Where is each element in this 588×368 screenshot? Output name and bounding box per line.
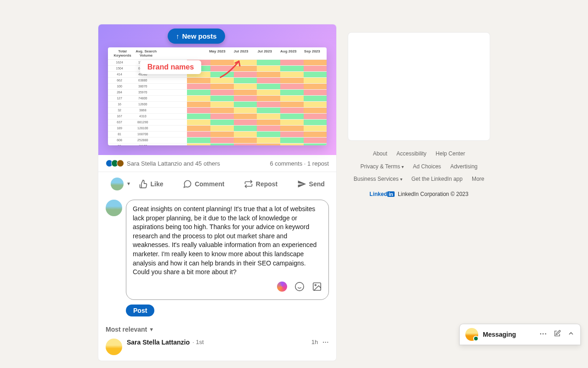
- sheet-header-cell: Avg. Search Volume: [134, 49, 158, 58]
- sheet-row: 1674310: [108, 114, 327, 120]
- ad-placeholder[interactable]: [348, 32, 490, 141]
- footer-link[interactable]: More: [472, 174, 484, 184]
- commenter-name[interactable]: Sara Stella Lattanzio: [127, 339, 190, 346]
- overflow-icon[interactable]: ···: [540, 330, 547, 339]
- like-button[interactable]: Like: [134, 175, 168, 193]
- comment-item: Sara Stella Lattanzio · 1st 1h ···: [98, 337, 336, 361]
- sheet-header-cell: Aug 2023: [277, 49, 300, 58]
- footer-link[interactable]: Privacy & Terms: [361, 162, 404, 172]
- sheet-header-cell: Total Keywords: [111, 49, 135, 58]
- send-icon: [297, 179, 306, 189]
- sheet-row: 10038070: [108, 84, 327, 90]
- post-card: Total KeywordsAvg. Search VolumeMay 2023…: [98, 24, 337, 361]
- arrow-up-icon: ↑: [176, 32, 180, 40]
- post-image[interactable]: Total KeywordsAvg. Search VolumeMay 2023…: [98, 24, 336, 155]
- sheet-row: 637881290: [108, 120, 327, 126]
- reaction-as-selector[interactable]: [105, 178, 124, 190]
- footer-link[interactable]: Help Center: [435, 149, 465, 159]
- footer-link[interactable]: Advertising: [450, 162, 477, 172]
- sheet-header-cell: [158, 49, 182, 58]
- repost-button[interactable]: Repost: [239, 175, 282, 193]
- footer-link[interactable]: About: [373, 149, 387, 159]
- submit-comment-button[interactable]: Post: [126, 305, 154, 316]
- comment-icon: [183, 179, 192, 189]
- composer-toolbar: [133, 282, 322, 295]
- current-user-avatar: [106, 200, 122, 216]
- sheet-header-cell: Jul 2023: [253, 49, 277, 58]
- sheet-row: 12774800: [108, 96, 327, 102]
- messaging-title: Messaging: [483, 331, 535, 338]
- messaging-bar[interactable]: Messaging ···: [459, 324, 581, 345]
- sheet-row: 81168700: [108, 132, 327, 138]
- emoji-icon[interactable]: [294, 282, 305, 295]
- chevron-up-icon[interactable]: [567, 330, 575, 339]
- callout-label: Brand names: [140, 60, 201, 74]
- reaction-icons: [106, 160, 124, 167]
- footer-link[interactable]: Get the LinkedIn app: [412, 174, 463, 184]
- sheet-row: 5949100: [108, 144, 327, 145]
- chevron-down-icon: ▼: [149, 327, 154, 332]
- post-actions: Like Comment Repost: [98, 172, 336, 196]
- compose-icon[interactable]: [554, 330, 561, 339]
- comment-composer[interactable]: Great insights on content planning! It's…: [126, 200, 329, 300]
- footer-links: AboutAccessibilityHelp CenterPrivacy & T…: [348, 149, 490, 184]
- footer-link[interactable]: Business Services: [354, 174, 402, 184]
- comment-time: 1h: [311, 339, 318, 345]
- sheet-row: 28435970: [108, 90, 327, 96]
- repost-icon: [244, 179, 253, 189]
- sheet-header-cell: [182, 49, 206, 58]
- sheet-row: 323868: [108, 108, 327, 114]
- sheet-header-cell: Sep 2023: [300, 49, 324, 58]
- comment-overflow-icon[interactable]: ···: [322, 339, 329, 345]
- reactors-text: Sara Stella Lattanzio and 45 others: [127, 160, 220, 167]
- svg-point-0: [295, 282, 304, 291]
- svg-point-2: [315, 284, 316, 286]
- copyright: LinkedIn Corporation © 2023: [398, 191, 469, 197]
- like-icon: [139, 179, 148, 189]
- reactions-summary[interactable]: Sara Stella Lattanzio and 45 others: [106, 160, 220, 167]
- comment-button[interactable]: Comment: [178, 175, 229, 193]
- social-counts-row: Sara Stella Lattanzio and 45 others 6 co…: [98, 155, 336, 172]
- sheet-row: 189128100: [108, 126, 327, 132]
- image-icon[interactable]: [312, 282, 322, 295]
- footer-brand: Linkedin LinkedIn Corporation © 2023: [348, 191, 490, 197]
- comment-repost-count[interactable]: 6 comments · 1 repost: [270, 160, 329, 167]
- ai-rewrite-icon[interactable]: [277, 282, 287, 292]
- sheet-row: 66263880: [108, 78, 327, 84]
- sheet-row: 608252880: [108, 138, 327, 144]
- sheet-header-cell: May 2023: [205, 49, 229, 58]
- spreadsheet-preview: Total KeywordsAvg. Search VolumeMay 2023…: [108, 47, 327, 145]
- connection-degree: · 1st: [192, 339, 204, 345]
- messaging-avatar: [465, 328, 478, 341]
- commenter-avatar[interactable]: [106, 339, 122, 355]
- comment-sort-dropdown[interactable]: Most relevant ▼: [98, 324, 336, 337]
- new-posts-label: New posts: [182, 32, 217, 40]
- composer-text[interactable]: Great insights on content planning! It's…: [133, 205, 322, 277]
- sheet-row: 1612600: [108, 102, 327, 108]
- footer-link[interactable]: Accessibility: [396, 149, 426, 159]
- send-button[interactable]: Send: [293, 175, 329, 193]
- new-posts-pill[interactable]: ↑ New posts: [168, 29, 225, 44]
- avatar-icon: [111, 178, 124, 190]
- footer-link[interactable]: Ad Choices: [413, 162, 441, 172]
- sheet-header-cell: Jul 2023: [229, 49, 253, 58]
